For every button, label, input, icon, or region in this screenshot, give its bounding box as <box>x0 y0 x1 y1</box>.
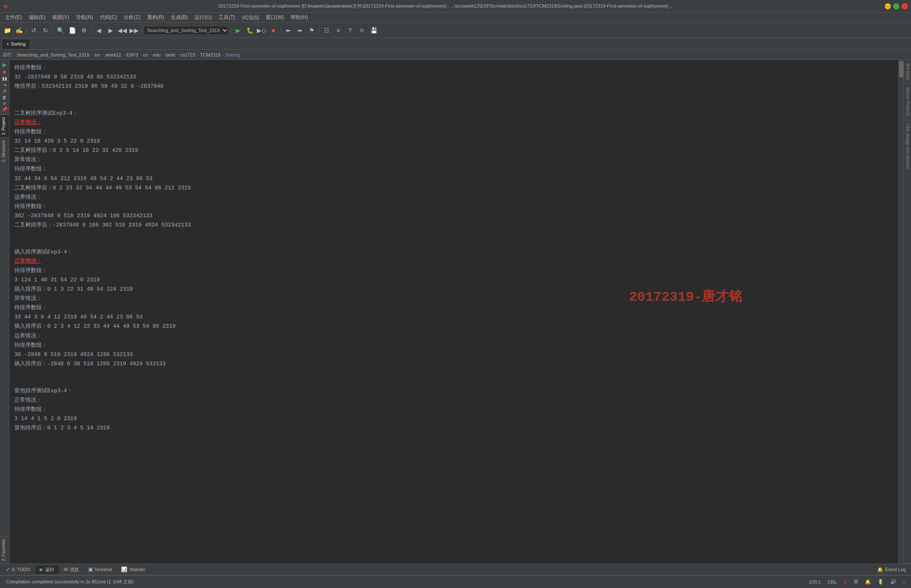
menu-window[interactable]: 窗口(W) <box>262 13 287 22</box>
menu-file[interactable]: 文件(E) <box>2 13 25 22</box>
uml-panel[interactable]: UML design tool window <box>904 120 911 564</box>
menu-run[interactable]: 运行(U) <box>191 13 215 22</box>
main-area: ▶ ■ ▮▮ ⇥ ↺ 🗑 ≡ 📌 1: Project 2: Structure… <box>0 60 911 564</box>
side-tab-project[interactable]: 1: Project <box>0 114 9 138</box>
breadcrumb-cn[interactable]: cn <box>143 52 148 57</box>
run-with-coverage[interactable]: ▶◇ <box>256 25 267 36</box>
tab-run[interactable]: ▶ 运行 <box>35 566 59 574</box>
menu-view[interactable]: 视图(V) <box>49 13 73 22</box>
side-tab-favorites[interactable]: 2: Favorites <box>0 536 9 564</box>
breadcrumb-cs1723[interactable]: cs1723 <box>180 52 195 57</box>
side-reload-btn[interactable]: ↺ <box>3 89 6 94</box>
toolbar-btn-5[interactable]: 📄 <box>67 25 78 36</box>
output-line-19: 待排序数组： <box>14 266 898 275</box>
toolbar-btn-8[interactable]: ▶ <box>105 25 116 36</box>
output-line-16: 二叉树排序后：-2837848 0 186 302 518 2319 4924 … <box>14 221 898 230</box>
output-line-1: 待排序数组： <box>14 63 898 73</box>
scrollbar-thumb[interactable] <box>899 61 903 78</box>
side-step-over-btn[interactable]: ⇥ <box>3 82 6 88</box>
side-run-btn[interactable]: ▶ <box>3 62 7 68</box>
toolbar-btn-redo[interactable]: ↻ <box>40 25 51 36</box>
toolbar-btn-forward[interactable]: ➡ <box>294 25 305 36</box>
menu-navigate[interactable]: 导航(N) <box>73 13 97 22</box>
maximize-button[interactable]: ☐ <box>893 3 899 9</box>
side-tab-structure[interactable]: 2: Structure <box>0 138 9 165</box>
run-config-dropdown[interactable]: Searching_and_Sorting_Test_2319 <box>143 26 229 35</box>
menu-help[interactable]: 帮助(H) <box>287 13 311 22</box>
output-line-11: 32 44 34 0 54 212 2319 49 54 2 44 23 86 … <box>14 174 898 183</box>
close-button[interactable]: ✕ <box>902 3 908 9</box>
maven-projects-panel[interactable]: Maven Projects <box>904 84 911 120</box>
toolbar-btn-back[interactable]: ⬅ <box>283 25 294 36</box>
menu-tools[interactable]: 工具(T) <box>215 13 238 22</box>
breadcrumb-tcm2319[interactable]: TCM2319 <box>200 52 220 57</box>
tab-sorting[interactable]: ● Sorting <box>2 39 30 49</box>
output-line-17: 插入排序测试Exp3-4： <box>14 248 898 257</box>
output-line-30: 冒泡排序测试Exp3-4： <box>14 386 898 396</box>
toolbar-btn-7[interactable]: ◀ <box>93 25 104 36</box>
toolbar-btn-bookmark[interactable]: ⚑ <box>306 25 317 36</box>
breadcrumb-edu[interactable]: edu <box>153 52 160 57</box>
download-icon[interactable]: ↓ <box>900 580 908 585</box>
line-separator[interactable]: CRL <box>825 580 839 585</box>
toolbar-btn-undo[interactable]: ↺ <box>28 25 39 36</box>
toolbar-btn-power[interactable]: 💾 <box>368 25 379 36</box>
debug-button[interactable]: 🐛 <box>244 25 255 36</box>
tab-terminal[interactable]: ▣ Terminal <box>84 566 116 573</box>
toolbar-btn-structure[interactable]: ☷ <box>321 25 332 36</box>
breadcrumb-besti[interactable]: besti <box>165 52 175 57</box>
tab-statistic-label: Statistic <box>129 567 146 572</box>
breadcrumb-run[interactable]: 运行 <box>3 51 12 58</box>
tab-messages[interactable]: ✉ 消息 <box>59 566 83 574</box>
output-line-18: 正常情况： <box>14 257 898 266</box>
stop-button[interactable]: ■ <box>268 25 279 36</box>
cursor-position[interactable]: 270:1 <box>807 580 824 585</box>
side-settings-btn[interactable]: ≡ <box>3 101 5 106</box>
toolbar-btn-hierarchy[interactable]: ≡ <box>333 25 344 36</box>
side-pause-btn[interactable]: ▮▮ <box>2 76 7 81</box>
breadcrumb-src[interactable]: src <box>94 52 100 57</box>
ant-build-panel[interactable]: Ant Build <box>904 60 911 84</box>
tab-todo[interactable]: ✓ 6: TODO <box>2 566 35 573</box>
menu-refactor[interactable]: 重构(R) <box>144 13 168 22</box>
menu-code[interactable]: 代码(C) <box>97 13 121 22</box>
scrollbar[interactable] <box>898 60 903 564</box>
side-stop-btn[interactable]: ■ <box>3 69 6 75</box>
toolbar-btn-6[interactable]: ⚙ <box>78 25 89 36</box>
breadcrumb-exp3[interactable]: EXP3 <box>126 52 138 57</box>
volume-icon[interactable]: 🔊 <box>888 579 899 585</box>
toolbar-btn-search[interactable]: 🔍 <box>55 25 66 36</box>
toolbar-btn-settings[interactable]: ⛭ <box>356 25 367 36</box>
event-log-button[interactable]: 🔔 Event Log <box>874 566 909 573</box>
breadcrumb-project[interactable]: Searching_and_Sorting_Test_2319 <box>17 52 89 57</box>
output-line-25: 插入排序后：0 2 3 4 12 23 33 44 44 49 53 54 86… <box>14 322 898 331</box>
breadcrumb-week12[interactable]: week12 <box>105 52 121 57</box>
menu-edit[interactable]: 编辑(E) <box>25 13 49 22</box>
right-panels: Ant Build Maven Projects UML design tool… <box>903 60 911 564</box>
toolbar-sep-6 <box>280 26 281 35</box>
toolbar-btn-help[interactable]: ? <box>345 25 356 36</box>
output-line-33: 3 14 4 1 5 2 0 2319 <box>14 414 898 423</box>
toolbar-btn-2[interactable]: ✍ <box>13 25 24 36</box>
run-button[interactable]: ▶ <box>232 25 243 36</box>
left-side-tabs: ▶ ■ ▮▮ ⇥ ↺ 🗑 ≡ 📌 1: Project 2: Structure… <box>0 60 9 564</box>
menu-vcs[interactable]: VCS(S) <box>238 14 262 22</box>
tab-statistic[interactable]: 📊 Statistic <box>117 566 150 573</box>
menu-analyze[interactable]: 分析(Z) <box>120 13 143 22</box>
menu-build[interactable]: 生成(B) <box>167 13 191 22</box>
notification-icon[interactable]: 🔔 <box>862 579 873 585</box>
output-content[interactable]: 20172319-唐才铭 待排序数组： 32 -2837848 0 58 231… <box>9 60 903 564</box>
tab-terminal-label: Terminal <box>94 567 112 572</box>
event-log-label: Event Log <box>885 567 906 572</box>
tab-messages-label: 消息 <box>70 566 79 573</box>
toolbar-btn-9[interactable]: ◀◀ <box>117 25 128 36</box>
minimize-button[interactable]: — <box>885 3 891 9</box>
side-trash-btn[interactable]: 🗑 <box>2 95 7 100</box>
breadcrumb-sorting[interactable]: Sorting <box>225 52 240 57</box>
output-line-26: 边界情况： <box>14 332 898 341</box>
side-pin-btn[interactable]: 📌 <box>2 107 8 112</box>
toolbar-btn-10[interactable]: ▶▶ <box>129 25 140 36</box>
toolbar-sep-4 <box>141 26 142 35</box>
battery-icon[interactable]: 🔋 <box>875 579 886 585</box>
toolbar-btn-1[interactable]: 📁 <box>2 25 13 36</box>
